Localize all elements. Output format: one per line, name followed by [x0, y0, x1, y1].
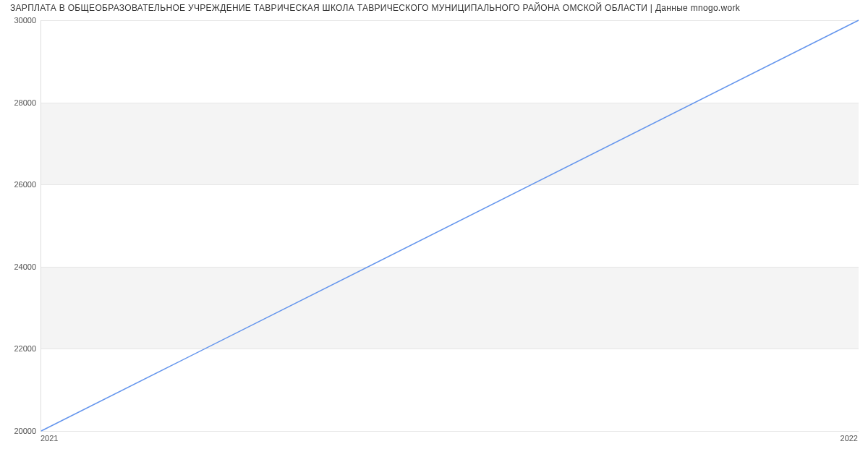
line-series [41, 20, 859, 431]
x-tick-label: 2022 [841, 434, 858, 443]
chart-container: ЗАРПЛАТА В ОБЩЕОБРАЗОВАТЕЛЬНОЕ УЧРЕЖДЕНИ… [0, 0, 868, 470]
plot-area [41, 20, 859, 432]
gridline [41, 431, 859, 432]
y-tick-label: 30000 [6, 16, 36, 25]
svg-line-0 [41, 20, 859, 431]
y-tick-label: 24000 [6, 262, 36, 271]
y-tick-label: 28000 [6, 98, 36, 107]
x-tick-label: 2021 [41, 434, 58, 443]
y-tick-label: 26000 [6, 180, 36, 189]
y-tick-label: 20000 [6, 427, 36, 435]
chart-title: ЗАРПЛАТА В ОБЩЕОБРАЗОВАТЕЛЬНОЕ УЧРЕЖДЕНИ… [10, 3, 740, 13]
y-tick-label: 22000 [6, 344, 36, 353]
